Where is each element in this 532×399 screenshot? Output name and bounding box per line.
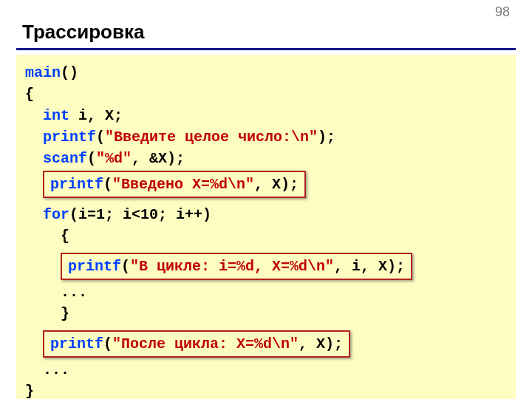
string-literal: "После цикла: X=%d\n" — [112, 335, 299, 352]
code-line: printf("После цикла: X=%d\n", X); — [25, 329, 507, 359]
code-line: } — [25, 381, 507, 399]
code-line: { — [25, 83, 507, 105]
string-literal: "Введите целое число:\n" — [105, 129, 318, 146]
keyword-main: main — [25, 64, 61, 81]
code-text: , i, X); — [334, 258, 405, 275]
code-block: main() { int i, X; printf("Введите целое… — [16, 55, 516, 399]
string-literal: "%d" — [96, 150, 132, 167]
code-text: i, X; — [69, 107, 123, 124]
code-text: () — [61, 64, 78, 81]
code-line: printf("Введите целое число:\n"); — [25, 126, 507, 148]
title-underline — [16, 48, 516, 50]
code-text: ( — [103, 335, 112, 352]
code-text: ( — [87, 150, 96, 167]
code-line: printf("В цикле: i=%d, X=%d\n", i, X); — [25, 251, 507, 282]
page-number: 98 — [495, 4, 510, 20]
code-line: main() — [25, 62, 507, 83]
code-text: ( — [103, 176, 112, 193]
keyword-for: for — [43, 206, 69, 223]
slide-title: Трассировка — [0, 0, 532, 48]
code-text: ); — [318, 129, 335, 146]
keyword-printf: printf — [43, 129, 96, 146]
string-literal: "Введено X=%d\n" — [112, 176, 254, 193]
keyword-scanf: scanf — [43, 150, 87, 167]
code-text: ( — [121, 258, 130, 275]
code-line: { — [25, 225, 507, 247]
code-line: scanf("%d", &X); — [25, 148, 507, 169]
code-line: } — [25, 303, 507, 324]
highlight-box-2: printf("В цикле: i=%d, X=%d\n", i, X); — [61, 253, 412, 280]
keyword-int: int — [43, 107, 69, 124]
code-text: (i=1; i<10; i++) — [69, 206, 211, 223]
string-literal: "В цикле: i=%d, X=%d\n" — [130, 258, 334, 275]
code-text: ( — [96, 129, 105, 146]
code-text: , X); — [254, 176, 299, 193]
keyword-printf: printf — [68, 258, 121, 275]
code-line: ... — [25, 282, 507, 303]
code-line: for(i=1; i<10; i++) — [25, 204, 507, 225]
code-text: , X); — [299, 335, 343, 352]
keyword-printf: printf — [50, 335, 103, 352]
code-line: int i, X; — [25, 105, 507, 126]
code-line: ... — [25, 359, 507, 381]
highlight-box-3: printf("После цикла: X=%d\n", X); — [43, 330, 350, 358]
code-line: printf("Введено X=%d\n", X); — [25, 169, 507, 200]
code-text: , &X); — [132, 150, 185, 167]
highlight-box-1: printf("Введено X=%d\n", X); — [43, 171, 306, 198]
keyword-printf: printf — [50, 176, 103, 193]
